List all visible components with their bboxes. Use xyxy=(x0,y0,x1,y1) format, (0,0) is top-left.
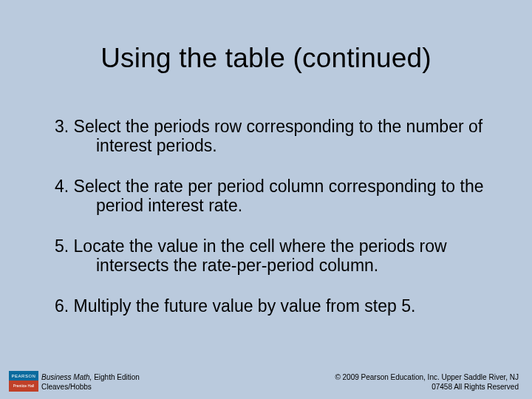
list-item-text: 3. Select the periods row corresponding … xyxy=(35,117,497,156)
copyright-line2: 07458 All Rights Reserved xyxy=(432,383,519,391)
list-item: 4. Select the rate per period column cor… xyxy=(35,177,497,216)
slide-title: Using the table (continued) xyxy=(0,43,532,74)
list-item-text: 5. Locate the value in the cell where th… xyxy=(35,236,497,276)
copyright-line1: © 2009 Pearson Education, Inc. Upper Sad… xyxy=(335,373,519,381)
book-edition: Eighth Edition xyxy=(92,373,140,381)
publisher-logo: PEARSON Prentice Hall xyxy=(9,371,38,392)
list-item: 3. Select the periods row corresponding … xyxy=(35,117,497,156)
footer-left: Business Math, Eighth Edition Cleaves/Ho… xyxy=(41,373,140,392)
footer-right: © 2009 Pearson Education, Inc. Upper Sad… xyxy=(335,373,519,392)
slide-body: 3. Select the periods row corresponding … xyxy=(35,117,497,336)
slide: Using the table (continued) 3. Select th… xyxy=(0,0,532,399)
logo-bottom-text: Prentice Hall xyxy=(9,381,38,392)
list-item-text: 6. Multiply the future value by value fr… xyxy=(35,296,497,316)
list-item: 6. Multiply the future value by value fr… xyxy=(35,296,497,316)
list-item: 5. Locate the value in the cell where th… xyxy=(35,236,497,276)
book-authors: Cleaves/Hobbs xyxy=(41,383,92,391)
logo-top-text: PEARSON xyxy=(9,371,38,381)
list-item-text: 4. Select the rate per period column cor… xyxy=(35,177,497,216)
book-title: Business Math, xyxy=(41,373,92,381)
